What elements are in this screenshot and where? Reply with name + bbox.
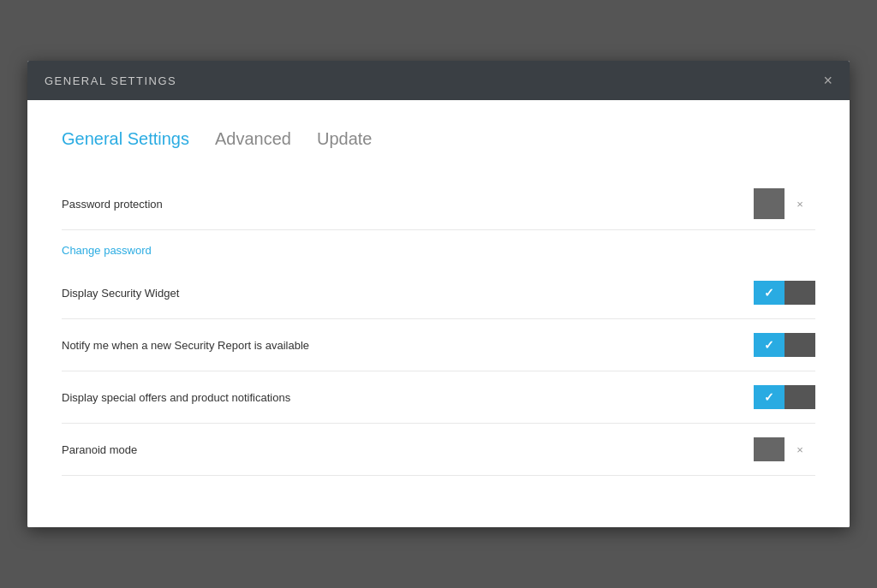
setting-password-protection: Password protection ×	[62, 178, 815, 230]
toggle-offers: ✓	[754, 385, 815, 409]
toggle-on-button-security-widget[interactable]: ✓	[754, 281, 785, 305]
settings-list: Password protection × Change password Di…	[62, 178, 815, 476]
dialog-body: General Settings Advanced Update Passwor…	[27, 100, 850, 527]
setting-paranoid-mode: Paranoid mode ×	[62, 424, 815, 476]
toggle-password-protection: ×	[754, 192, 815, 216]
toggle-security-widget: ✓	[754, 281, 815, 305]
change-password-container: Change password	[62, 230, 815, 267]
toggle-on-button-offers[interactable]: ✓	[754, 385, 785, 409]
toggle-off-button-notify[interactable]	[785, 333, 815, 357]
checkmark-icon: ✓	[764, 338, 774, 352]
setting-label-password-protection: Password protection	[62, 198, 163, 211]
setting-label-security-widget: Display Security Widget	[62, 287, 179, 300]
close-button[interactable]: ×	[823, 73, 832, 88]
checkmark-icon: ✓	[764, 286, 774, 300]
settings-dialog: GENERAL SETTINGS × General Settings Adva…	[27, 61, 850, 527]
tab-bar: General Settings Advanced Update	[62, 126, 815, 152]
setting-notify-security-report: Notify me when a new Security Report is …	[62, 319, 815, 371]
toggle-dark-icon	[754, 188, 785, 219]
tab-general[interactable]: General Settings	[62, 126, 189, 152]
checkmark-icon: ✓	[764, 390, 774, 404]
toggle-off-button-offers[interactable]	[785, 385, 815, 409]
toggle-notify: ✓	[754, 333, 815, 357]
setting-label-paranoid: Paranoid mode	[62, 443, 137, 456]
toggle-x-password[interactable]: ×	[785, 192, 815, 216]
tab-update[interactable]: Update	[317, 126, 373, 152]
toggle-off-button-paranoid[interactable]	[754, 437, 785, 461]
dialog-title: GENERAL SETTINGS	[45, 74, 176, 87]
setting-special-offers: Display special offers and product notif…	[62, 371, 815, 424]
toggle-off-button-security-widget[interactable]	[785, 281, 815, 305]
setting-display-security-widget: Display Security Widget ✓	[62, 267, 815, 319]
svg-rect-0	[754, 188, 785, 219]
tab-advanced[interactable]: Advanced	[215, 126, 291, 152]
toggle-x-paranoid[interactable]: ×	[785, 437, 815, 461]
setting-label-offers: Display special offers and product notif…	[62, 391, 290, 404]
toggle-off-button-password[interactable]	[754, 192, 785, 216]
dialog-header: GENERAL SETTINGS ×	[27, 61, 850, 100]
toggle-paranoid: ×	[754, 437, 815, 461]
toggle-on-button-notify[interactable]: ✓	[754, 333, 785, 357]
change-password-link[interactable]: Change password	[62, 237, 152, 260]
setting-label-notify: Notify me when a new Security Report is …	[62, 339, 309, 352]
